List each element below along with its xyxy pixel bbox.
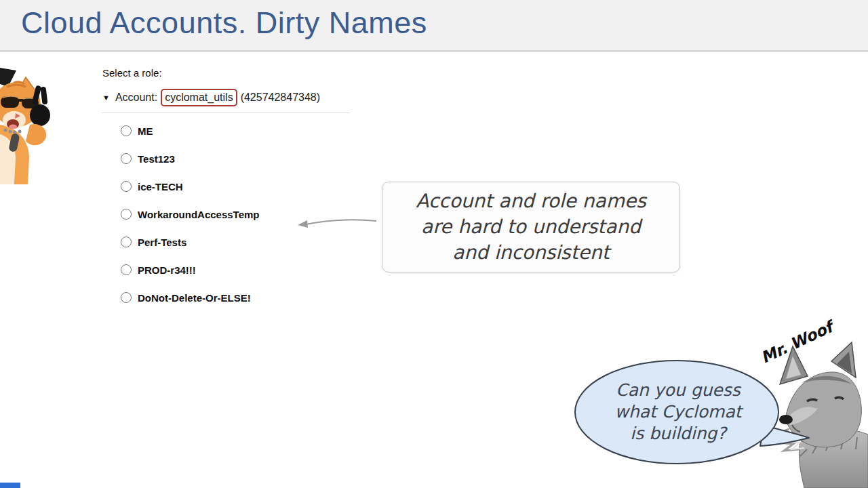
cat-mascot-image — [0, 68, 54, 184]
speech-line: what Cyclomat — [585, 401, 771, 423]
annotation-callout: Account and role names are hard to under… — [382, 182, 680, 272]
chevron-down-icon[interactable]: ▼ — [102, 94, 112, 102]
role-option: ME — [121, 125, 260, 137]
radio-button[interactable] — [121, 237, 132, 247]
speech-line: is building? — [585, 423, 771, 445]
slide-header: Cloud Accounts. Dirty Names — [0, 0, 868, 52]
role-option-label: DoNot-Delete-Or-ELSE! — [138, 292, 251, 304]
progress-bar — [0, 483, 20, 488]
account-label: Account: — [115, 92, 157, 104]
annotation-line: and inconsistent — [382, 240, 679, 266]
account-name-highlighted: cyclomat_utils — [161, 89, 237, 106]
radio-button[interactable] — [121, 209, 132, 220]
select-role-label: Select a role: — [102, 67, 162, 79]
radio-button[interactable] — [121, 264, 132, 275]
speech-line: Can you guess — [585, 380, 771, 401]
role-option: ice-TECH — [121, 180, 260, 192]
role-option: PROD-r34!!! — [121, 264, 260, 276]
role-option: DoNot-Delete-Or-ELSE! — [121, 291, 260, 304]
role-option-label: Perf-Tests — [138, 237, 186, 248]
role-option: Perf-Tests — [121, 236, 260, 248]
annotation-line: Account and role names — [382, 188, 679, 214]
role-option-label: WorkaroundAccessTemp — [138, 209, 260, 220]
radio-button[interactable] — [121, 181, 132, 192]
role-option: WorkaroundAccessTemp — [121, 208, 260, 220]
role-option-label: Test123 — [138, 153, 175, 165]
role-option-label: ice-TECH — [138, 181, 183, 192]
divider — [102, 113, 350, 113]
role-option: Test123 — [121, 152, 260, 165]
speech-bubble-text: Can you guess what Cyclomat is building? — [585, 380, 771, 445]
callout-arrow-icon — [296, 216, 379, 230]
role-option-label: ME — [138, 125, 153, 137]
role-list: ME Test123 ice-TECH WorkaroundAccessTemp… — [121, 125, 260, 319]
radio-button[interactable] — [121, 292, 132, 303]
page-title: Cloud Accounts. Dirty Names — [21, 5, 427, 41]
account-selector: ▼ Account: cyclomat_utils (425742847348) — [102, 87, 320, 108]
annotation-line: are hard to understand — [382, 214, 679, 240]
radio-button[interactable] — [121, 125, 132, 136]
radio-button[interactable] — [121, 153, 132, 164]
role-option-label: PROD-r34!!! — [138, 264, 196, 276]
account-id: (425742847348) — [241, 92, 320, 104]
